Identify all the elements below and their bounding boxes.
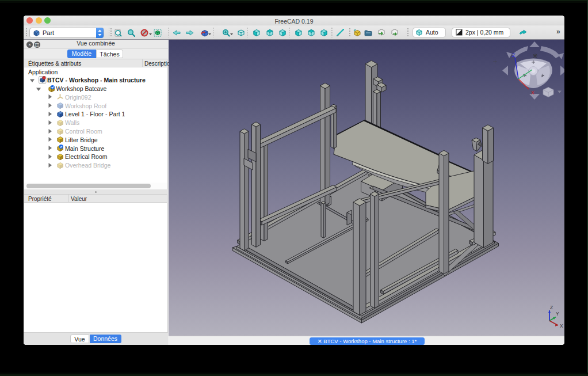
svg-text:Y: Y: [556, 311, 559, 317]
svg-text:Z: Z: [512, 52, 516, 58]
svg-text:X: X: [531, 90, 534, 96]
svg-text:Z: Z: [550, 305, 553, 310]
svg-text:X: X: [560, 323, 563, 329]
